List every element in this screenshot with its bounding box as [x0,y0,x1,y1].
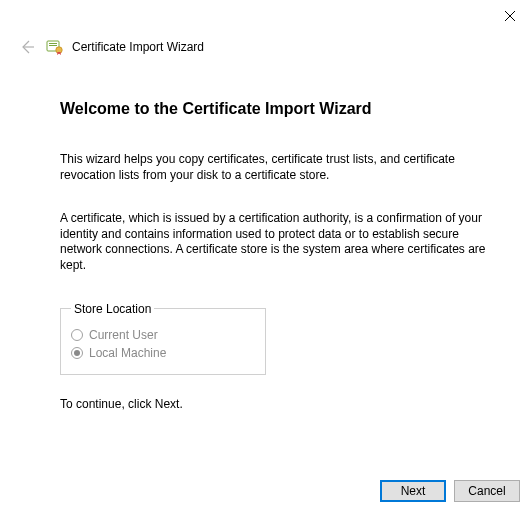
wizard-header: Certificate Import Wizard [16,36,516,58]
description-text: A certificate, which is issued by a cert… [60,211,492,273]
wizard-content: Welcome to the Certificate Import Wizard… [60,100,492,411]
close-icon [505,11,515,21]
radio-icon [71,329,83,341]
radio-local-machine: Local Machine [71,346,255,360]
store-location-legend: Store Location [71,302,154,316]
cancel-button[interactable]: Cancel [454,480,520,502]
certificate-icon [46,38,64,56]
radio-label: Current User [89,328,158,342]
close-button[interactable] [498,4,522,28]
radio-current-user: Current User [71,328,255,342]
radio-label: Local Machine [89,346,166,360]
page-heading: Welcome to the Certificate Import Wizard [60,100,492,118]
radio-icon [71,347,83,359]
wizard-title: Certificate Import Wizard [72,40,204,54]
next-button[interactable]: Next [380,480,446,502]
continue-hint: To continue, click Next. [60,397,492,411]
back-arrow-icon [18,38,36,56]
store-location-group: Store Location Current User Local Machin… [60,302,266,375]
svg-rect-5 [49,45,57,46]
back-button [16,36,38,58]
wizard-footer: Next Cancel [380,480,520,502]
svg-rect-4 [49,43,57,44]
intro-text: This wizard helps you copy certificates,… [60,152,492,183]
